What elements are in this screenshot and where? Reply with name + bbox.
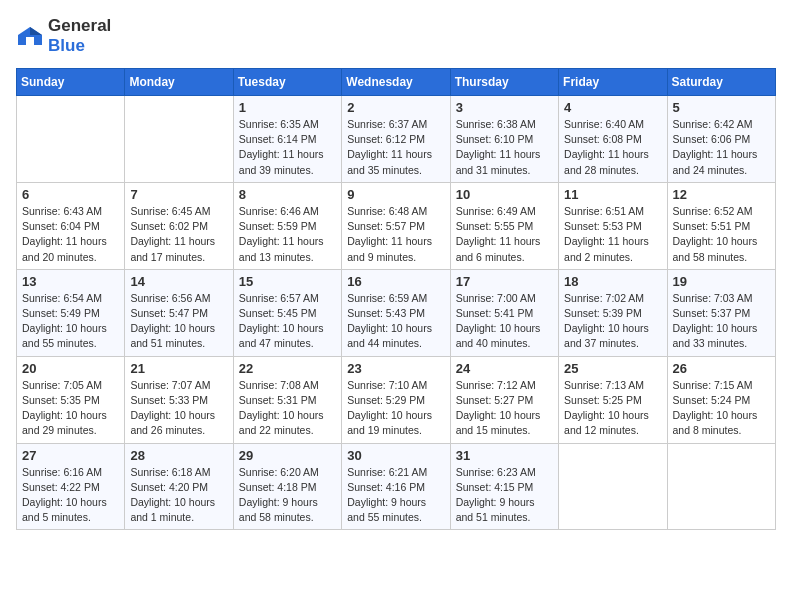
- day-info: Sunrise: 7:02 AM Sunset: 5:39 PM Dayligh…: [564, 291, 661, 352]
- calendar-cell: 1Sunrise: 6:35 AM Sunset: 6:14 PM Daylig…: [233, 96, 341, 183]
- day-info: Sunrise: 7:05 AM Sunset: 5:35 PM Dayligh…: [22, 378, 119, 439]
- day-info: Sunrise: 6:21 AM Sunset: 4:16 PM Dayligh…: [347, 465, 444, 526]
- calendar-cell: 2Sunrise: 6:37 AM Sunset: 6:12 PM Daylig…: [342, 96, 450, 183]
- calendar-cell: 26Sunrise: 7:15 AM Sunset: 5:24 PM Dayli…: [667, 356, 775, 443]
- calendar-cell: 9Sunrise: 6:48 AM Sunset: 5:57 PM Daylig…: [342, 182, 450, 269]
- calendar-table: SundayMondayTuesdayWednesdayThursdayFrid…: [16, 68, 776, 530]
- day-number: 11: [564, 187, 661, 202]
- logo: General Blue: [16, 16, 111, 56]
- day-info: Sunrise: 6:37 AM Sunset: 6:12 PM Dayligh…: [347, 117, 444, 178]
- day-number: 5: [673, 100, 770, 115]
- weekday-header-wednesday: Wednesday: [342, 69, 450, 96]
- calendar-cell: 12Sunrise: 6:52 AM Sunset: 5:51 PM Dayli…: [667, 182, 775, 269]
- calendar-cell: 29Sunrise: 6:20 AM Sunset: 4:18 PM Dayli…: [233, 443, 341, 530]
- logo-general: General: [48, 16, 111, 35]
- calendar-cell: [559, 443, 667, 530]
- calendar-cell: 18Sunrise: 7:02 AM Sunset: 5:39 PM Dayli…: [559, 269, 667, 356]
- calendar-cell: 11Sunrise: 6:51 AM Sunset: 5:53 PM Dayli…: [559, 182, 667, 269]
- calendar-cell: 25Sunrise: 7:13 AM Sunset: 5:25 PM Dayli…: [559, 356, 667, 443]
- weekday-header-friday: Friday: [559, 69, 667, 96]
- day-info: Sunrise: 6:51 AM Sunset: 5:53 PM Dayligh…: [564, 204, 661, 265]
- calendar-cell: 17Sunrise: 7:00 AM Sunset: 5:41 PM Dayli…: [450, 269, 558, 356]
- day-number: 26: [673, 361, 770, 376]
- day-number: 4: [564, 100, 661, 115]
- day-number: 17: [456, 274, 553, 289]
- day-number: 12: [673, 187, 770, 202]
- svg-marker-1: [30, 27, 42, 35]
- calendar-cell: 14Sunrise: 6:56 AM Sunset: 5:47 PM Dayli…: [125, 269, 233, 356]
- day-number: 23: [347, 361, 444, 376]
- weekday-header-thursday: Thursday: [450, 69, 558, 96]
- calendar-cell: 23Sunrise: 7:10 AM Sunset: 5:29 PM Dayli…: [342, 356, 450, 443]
- calendar-cell: 8Sunrise: 6:46 AM Sunset: 5:59 PM Daylig…: [233, 182, 341, 269]
- day-info: Sunrise: 7:15 AM Sunset: 5:24 PM Dayligh…: [673, 378, 770, 439]
- day-info: Sunrise: 7:00 AM Sunset: 5:41 PM Dayligh…: [456, 291, 553, 352]
- day-number: 25: [564, 361, 661, 376]
- day-info: Sunrise: 6:52 AM Sunset: 5:51 PM Dayligh…: [673, 204, 770, 265]
- day-number: 2: [347, 100, 444, 115]
- day-number: 31: [456, 448, 553, 463]
- calendar-cell: 16Sunrise: 6:59 AM Sunset: 5:43 PM Dayli…: [342, 269, 450, 356]
- calendar-cell: 21Sunrise: 7:07 AM Sunset: 5:33 PM Dayli…: [125, 356, 233, 443]
- calendar-cell: 28Sunrise: 6:18 AM Sunset: 4:20 PM Dayli…: [125, 443, 233, 530]
- day-info: Sunrise: 6:43 AM Sunset: 6:04 PM Dayligh…: [22, 204, 119, 265]
- calendar-cell: [17, 96, 125, 183]
- day-info: Sunrise: 7:07 AM Sunset: 5:33 PM Dayligh…: [130, 378, 227, 439]
- calendar-cell: 30Sunrise: 6:21 AM Sunset: 4:16 PM Dayli…: [342, 443, 450, 530]
- weekday-header-saturday: Saturday: [667, 69, 775, 96]
- calendar-cell: 6Sunrise: 6:43 AM Sunset: 6:04 PM Daylig…: [17, 182, 125, 269]
- day-info: Sunrise: 6:48 AM Sunset: 5:57 PM Dayligh…: [347, 204, 444, 265]
- week-row-1: 1Sunrise: 6:35 AM Sunset: 6:14 PM Daylig…: [17, 96, 776, 183]
- calendar-cell: 22Sunrise: 7:08 AM Sunset: 5:31 PM Dayli…: [233, 356, 341, 443]
- day-number: 3: [456, 100, 553, 115]
- calendar-cell: [125, 96, 233, 183]
- calendar-cell: 31Sunrise: 6:23 AM Sunset: 4:15 PM Dayli…: [450, 443, 558, 530]
- calendar-cell: 4Sunrise: 6:40 AM Sunset: 6:08 PM Daylig…: [559, 96, 667, 183]
- svg-rect-2: [26, 37, 34, 45]
- day-info: Sunrise: 6:23 AM Sunset: 4:15 PM Dayligh…: [456, 465, 553, 526]
- day-info: Sunrise: 6:42 AM Sunset: 6:06 PM Dayligh…: [673, 117, 770, 178]
- day-number: 19: [673, 274, 770, 289]
- day-number: 18: [564, 274, 661, 289]
- week-row-4: 20Sunrise: 7:05 AM Sunset: 5:35 PM Dayli…: [17, 356, 776, 443]
- day-number: 22: [239, 361, 336, 376]
- page-header: General Blue: [16, 16, 776, 56]
- calendar-cell: [667, 443, 775, 530]
- day-info: Sunrise: 7:03 AM Sunset: 5:37 PM Dayligh…: [673, 291, 770, 352]
- day-number: 16: [347, 274, 444, 289]
- day-info: Sunrise: 7:10 AM Sunset: 5:29 PM Dayligh…: [347, 378, 444, 439]
- day-number: 6: [22, 187, 119, 202]
- day-info: Sunrise: 6:20 AM Sunset: 4:18 PM Dayligh…: [239, 465, 336, 526]
- day-number: 30: [347, 448, 444, 463]
- day-info: Sunrise: 7:12 AM Sunset: 5:27 PM Dayligh…: [456, 378, 553, 439]
- calendar-cell: 24Sunrise: 7:12 AM Sunset: 5:27 PM Dayli…: [450, 356, 558, 443]
- day-number: 9: [347, 187, 444, 202]
- weekday-header-tuesday: Tuesday: [233, 69, 341, 96]
- calendar-cell: 10Sunrise: 6:49 AM Sunset: 5:55 PM Dayli…: [450, 182, 558, 269]
- day-info: Sunrise: 6:45 AM Sunset: 6:02 PM Dayligh…: [130, 204, 227, 265]
- weekday-header-monday: Monday: [125, 69, 233, 96]
- day-info: Sunrise: 6:18 AM Sunset: 4:20 PM Dayligh…: [130, 465, 227, 526]
- day-number: 14: [130, 274, 227, 289]
- day-number: 7: [130, 187, 227, 202]
- calendar-cell: 27Sunrise: 6:16 AM Sunset: 4:22 PM Dayli…: [17, 443, 125, 530]
- calendar-cell: 15Sunrise: 6:57 AM Sunset: 5:45 PM Dayli…: [233, 269, 341, 356]
- day-number: 13: [22, 274, 119, 289]
- day-info: Sunrise: 7:08 AM Sunset: 5:31 PM Dayligh…: [239, 378, 336, 439]
- calendar-cell: 7Sunrise: 6:45 AM Sunset: 6:02 PM Daylig…: [125, 182, 233, 269]
- weekday-header-sunday: Sunday: [17, 69, 125, 96]
- day-number: 8: [239, 187, 336, 202]
- day-number: 28: [130, 448, 227, 463]
- day-number: 21: [130, 361, 227, 376]
- day-number: 24: [456, 361, 553, 376]
- day-info: Sunrise: 6:57 AM Sunset: 5:45 PM Dayligh…: [239, 291, 336, 352]
- week-row-3: 13Sunrise: 6:54 AM Sunset: 5:49 PM Dayli…: [17, 269, 776, 356]
- day-info: Sunrise: 7:13 AM Sunset: 5:25 PM Dayligh…: [564, 378, 661, 439]
- calendar-cell: 13Sunrise: 6:54 AM Sunset: 5:49 PM Dayli…: [17, 269, 125, 356]
- day-info: Sunrise: 6:16 AM Sunset: 4:22 PM Dayligh…: [22, 465, 119, 526]
- day-number: 27: [22, 448, 119, 463]
- day-number: 10: [456, 187, 553, 202]
- week-row-5: 27Sunrise: 6:16 AM Sunset: 4:22 PM Dayli…: [17, 443, 776, 530]
- calendar-cell: 3Sunrise: 6:38 AM Sunset: 6:10 PM Daylig…: [450, 96, 558, 183]
- day-info: Sunrise: 6:40 AM Sunset: 6:08 PM Dayligh…: [564, 117, 661, 178]
